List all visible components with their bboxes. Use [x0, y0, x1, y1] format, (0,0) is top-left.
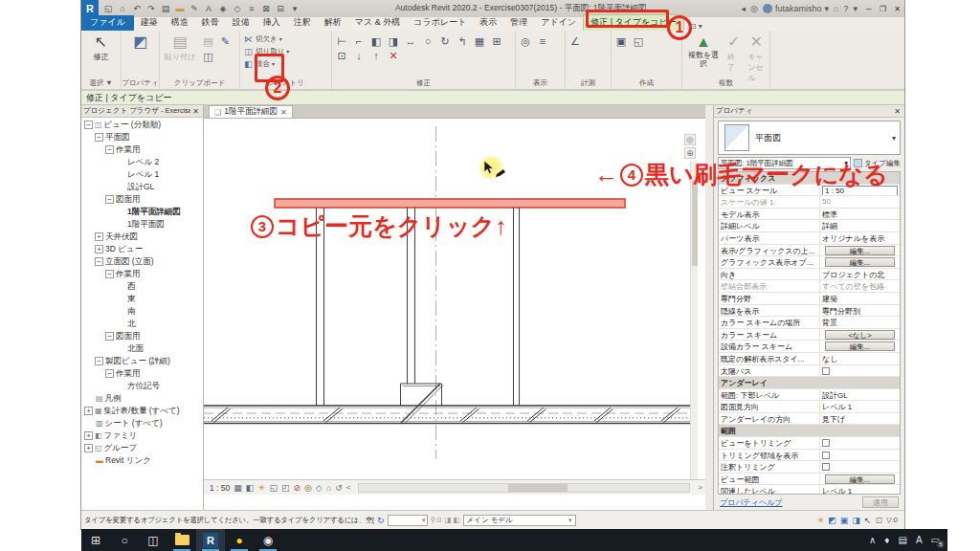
tree-item[interactable]: −作業用: [81, 143, 203, 156]
property-edit-button[interactable]: 編集...: [825, 342, 895, 351]
tree-item[interactable]: 方位記号: [81, 380, 203, 392]
paste-icon[interactable]: ▤: [201, 34, 214, 48]
property-value[interactable]: レベル 1: [820, 401, 900, 412]
measure-icon[interactable]: ▬: [174, 4, 186, 13]
ribbon-tab-10[interactable]: 表示: [473, 15, 503, 31]
collapse-icon[interactable]: −: [95, 133, 103, 142]
switch-windows-icon[interactable]: ◱: [102, 4, 114, 13]
keyboard-icon[interactable]: ▤: [898, 535, 906, 545]
print-icon[interactable]: ▤: [160, 4, 171, 13]
property-edit-button[interactable]: <なし>: [825, 330, 895, 340]
vertical-scrollbar[interactable]: [690, 161, 698, 479]
active-model-combo[interactable]: メイン モデル ▾: [463, 515, 576, 526]
constraints-icon[interactable]: ↺: [335, 483, 343, 493]
tree-item[interactable]: ▥シート (すべて): [81, 417, 203, 430]
property-value[interactable]: 標準: [820, 209, 900, 220]
reveal-hidden-icon[interactable]: ◎: [304, 483, 312, 493]
collapse-icon[interactable]: −: [105, 332, 114, 341]
property-value[interactable]: 編集...: [820, 256, 900, 268]
property-value[interactable]: [820, 461, 900, 473]
minimize-button[interactable]: ─: [861, 2, 876, 15]
property-value[interactable]: オリジナルを表示: [820, 232, 900, 244]
search-button[interactable]: ○: [110, 529, 139, 551]
ribbon-tab-9[interactable]: コラボレート: [407, 15, 473, 31]
ribbon-tab-1[interactable]: 建築: [134, 15, 165, 31]
close-icon[interactable]: ✕: [190, 107, 201, 116]
tree-item[interactable]: 1階平面詳細図: [81, 206, 203, 218]
expand-icon[interactable]: +: [95, 245, 103, 253]
property-value[interactable]: 見下げ: [820, 413, 900, 425]
property-value[interactable]: レベル 1: [820, 485, 900, 495]
hscroll-thumb[interactable]: [508, 484, 568, 492]
tree-item[interactable]: ▬Revit リンク: [81, 454, 203, 467]
property-value[interactable]: 設計GL: [820, 389, 900, 401]
property-value[interactable]: 編集...: [820, 341, 900, 352]
tree-item[interactable]: 設計GL: [81, 181, 203, 193]
delete-icon[interactable]: ✕: [387, 49, 400, 62]
search-icon[interactable]: ◎: [750, 4, 758, 13]
yellow-app-button[interactable]: ●: [225, 529, 254, 551]
scroll-left-arrow[interactable]: <: [346, 483, 351, 492]
select-pinned-icon[interactable]: ◨: [852, 516, 860, 525]
property-value[interactable]: 背景: [820, 317, 900, 328]
tree-item[interactable]: −図面用: [81, 193, 203, 206]
editable-only-icon[interactable]: ◨: [444, 516, 451, 524]
obs-button[interactable]: ◉: [254, 529, 282, 551]
home-icon[interactable]: ⌂: [117, 4, 128, 13]
tree-item[interactable]: 東: [81, 293, 203, 305]
mirror-axis-icon[interactable]: ◨: [387, 34, 400, 48]
temporary-hide-icon[interactable]: ⊘: [293, 483, 301, 493]
property-checkbox[interactable]: [822, 367, 830, 375]
tree-item[interactable]: レベル 2: [81, 156, 203, 168]
property-value[interactable]: 詳細: [820, 220, 900, 231]
start-button[interactable]: ⊞: [81, 529, 110, 551]
ribbon-tab-11[interactable]: 管理: [503, 15, 534, 31]
move-icon[interactable]: ↔: [404, 34, 417, 48]
horizontal-scrollbar[interactable]: [358, 483, 690, 493]
property-value[interactable]: [820, 365, 900, 377]
aligned-dimension-icon[interactable]: ✎: [189, 4, 200, 13]
sun-path-icon[interactable]: ☀: [257, 483, 265, 493]
tree-item[interactable]: 北: [81, 318, 203, 330]
multi-select-button[interactable]: ▲ 複数を選択: [685, 33, 722, 84]
property-checkbox[interactable]: [822, 463, 830, 471]
drag-on-selection-icon[interactable]: ⊡: [875, 516, 882, 525]
tree-item[interactable]: 西: [81, 280, 203, 293]
switch-window-icon[interactable]: ⊟: [275, 4, 286, 13]
collapse-icon[interactable]: −: [105, 145, 114, 154]
collapse-icon[interactable]: −: [105, 195, 114, 204]
pin-icon[interactable]: ↓: [352, 49, 366, 62]
close-hidden-windows-icon[interactable]: ⊠: [260, 4, 272, 13]
paste-button[interactable]: ▤ 貼り付け: [163, 33, 197, 63]
select-underlay-icon[interactable]: ▣: [840, 516, 849, 525]
tree-item[interactable]: レベル 1: [81, 168, 203, 181]
design-options-icon[interactable]: ◧: [453, 516, 459, 524]
finish-button[interactable]: ✓ 終了: [725, 33, 742, 84]
cope-icon-row[interactable]: ⋉切欠き▾: [243, 33, 328, 45]
revit-taskbar-button[interactable]: R: [196, 529, 225, 551]
property-value[interactable]: 建築: [820, 293, 900, 304]
scroll-right-arrow[interactable]: >: [698, 483, 702, 492]
redo-icon[interactable]: ↷: [145, 4, 157, 13]
thin-lines-icon[interactable]: ≡: [246, 4, 257, 13]
properties-button[interactable]: ◩: [124, 33, 156, 52]
defender-icon[interactable]: ♦: [884, 535, 889, 545]
collapse-icon[interactable]: ◂: [742, 4, 746, 13]
copy-icon[interactable]: ◫: [201, 50, 214, 63]
rotate-icon[interactable]: ↻: [438, 34, 452, 48]
tree-item[interactable]: −製図ビュー (詳細): [81, 355, 203, 367]
tree-item[interactable]: −◫ビュー (分類順): [81, 119, 203, 131]
ribbon-tab-6[interactable]: 注釈: [287, 15, 318, 31]
property-value[interactable]: <なし>: [820, 329, 900, 341]
task-view-button[interactable]: ◫: [139, 529, 167, 551]
ribbon-tab-7[interactable]: 解析: [318, 15, 348, 31]
expand-icon[interactable]: +: [95, 232, 103, 241]
show-crop-icon[interactable]: ◰: [281, 483, 290, 493]
properties-help-link[interactable]: プロパティヘルプ: [720, 497, 783, 508]
mirror-icon[interactable]: ◧: [369, 34, 383, 48]
measure-angle-icon[interactable]: ∠: [568, 34, 582, 48]
expand-icon[interactable]: +: [84, 431, 93, 440]
modify-button[interactable]: ↖ 修正: [84, 33, 118, 63]
tree-item[interactable]: −図面用: [81, 330, 203, 342]
property-value[interactable]: なし: [820, 353, 900, 364]
